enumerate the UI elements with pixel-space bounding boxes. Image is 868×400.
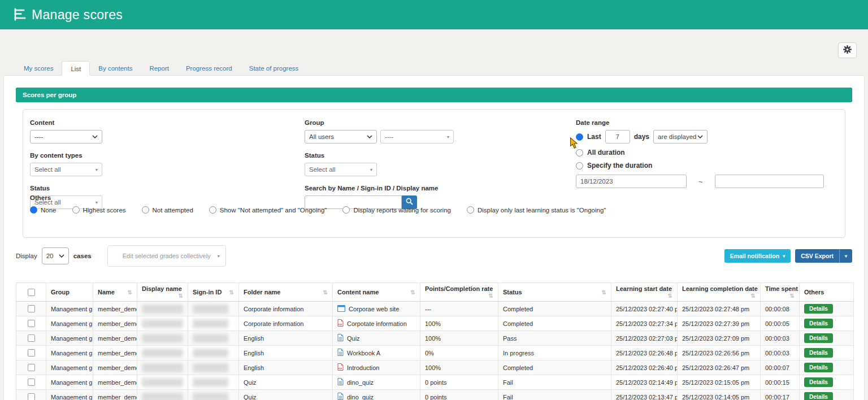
sort-icon[interactable]: ⇅ (602, 289, 606, 295)
column-header-content-name[interactable]: Content name⇅ (333, 283, 420, 302)
specify-duration-label: Specify the duration (587, 162, 652, 169)
group-select-value: All users (309, 133, 334, 140)
others-option-5[interactable]: Display only last learning status is "On… (467, 206, 606, 214)
tab-my-scores[interactable]: My scores (15, 61, 62, 76)
last-days-input[interactable] (605, 130, 630, 144)
date-to-input[interactable] (715, 175, 824, 188)
row-checkbox[interactable] (28, 379, 35, 386)
radio-specify-duration[interactable] (576, 162, 583, 169)
column-header-status[interactable]: Status⇅ (498, 283, 611, 302)
others-label: Others (30, 194, 606, 201)
row-checkbox[interactable] (28, 393, 35, 400)
tab-progress-record[interactable]: Progress record (177, 61, 241, 76)
details-button[interactable]: Details (804, 392, 833, 400)
others-cell: Details (800, 390, 854, 400)
radio-icon[interactable] (342, 206, 350, 214)
display-name-cell (137, 316, 188, 331)
learning-start-date-cell[interactable]: 25/12/2023 02:27:40 pm (611, 302, 678, 316)
tab-state-of-progress[interactable]: State of progress (241, 61, 307, 76)
row-checkbox[interactable] (28, 364, 35, 371)
filter-column-right: Date range Last days are displayed All d… (576, 119, 824, 193)
content-types-select[interactable]: Select all ▾ (30, 163, 102, 176)
tab-list[interactable]: List (62, 61, 90, 76)
displayed-select[interactable]: are displayed (653, 130, 708, 144)
column-header-name[interactable]: Name⇅ (93, 283, 137, 302)
others-option-3[interactable]: Show "Not attempted" and "Ongoing" (209, 206, 327, 214)
tab-report[interactable]: Report (141, 61, 177, 76)
pdf-file-icon: PDF (337, 319, 344, 328)
search-label: Search by Name / Sign-in ID / Display na… (305, 185, 454, 192)
sort-icon[interactable]: ⇅ (790, 293, 795, 299)
learning-start-date-cell[interactable]: 25/12/2023 02:14:49 pm (611, 375, 678, 390)
column-header-learning-start-date[interactable]: Learning start date⇅ (611, 283, 678, 302)
sort-icon[interactable]: ⇅ (489, 293, 493, 299)
learning-completion-date-cell: 25/12/2023 02:14:05 pm (678, 390, 761, 400)
column-header-display-name[interactable]: Display name⇅ (137, 283, 188, 302)
radio-icon[interactable] (467, 206, 474, 214)
others-option-4[interactable]: Display reports waiting for scoring (342, 206, 451, 214)
tab-by-contents[interactable]: By contents (90, 61, 141, 76)
learning-start-date-cell[interactable]: 25/12/2023 02:27:03 pm (611, 331, 678, 346)
group-select[interactable]: All users (305, 130, 377, 144)
row-checkbox[interactable] (28, 305, 35, 312)
settings-button[interactable] (838, 42, 857, 58)
column-header-folder-name[interactable]: Folder name⇅ (239, 283, 333, 302)
others-option-0[interactable]: None (30, 206, 57, 214)
details-button[interactable]: Details (804, 333, 833, 343)
sort-icon[interactable]: ⇅ (323, 289, 328, 295)
csv-export-button[interactable]: CSV Export ▾ (795, 249, 852, 263)
display-count-select[interactable]: 20 (42, 247, 69, 264)
radio-icon[interactable] (142, 206, 149, 214)
sort-icon[interactable]: ⇅ (751, 293, 756, 299)
days-label: days (634, 133, 649, 141)
others-option-1[interactable]: Highest scores (72, 206, 126, 214)
sort-icon[interactable]: ⇅ (128, 289, 132, 295)
column-header-points-completion-rate[interactable]: Points/Completion rate⇅ (420, 283, 498, 302)
others-option-2[interactable]: Not attempted (142, 206, 193, 214)
learning-start-date-cell[interactable]: 25/12/2023 02:26:48 pm (611, 346, 678, 360)
radio-icon[interactable] (30, 206, 37, 214)
radio-icon[interactable] (209, 206, 216, 214)
points-cell: 0 points (420, 390, 498, 400)
row-checkbox[interactable] (28, 334, 35, 342)
column-header-learning-completion-date[interactable]: Learning completion date⇅ (678, 283, 761, 302)
radio-icon[interactable] (72, 206, 80, 214)
details-button[interactable]: Details (804, 319, 833, 328)
row-checkbox[interactable] (28, 320, 35, 327)
sort-icon[interactable]: ⇅ (668, 293, 672, 299)
email-notification-button[interactable]: Email notification ▾ (724, 249, 791, 263)
email-notification-label: Email notification (730, 253, 780, 259)
radio-last-days[interactable] (576, 133, 583, 141)
column-header-sign-in-id[interactable]: Sign-in ID⇅ (188, 283, 239, 302)
content-name-label: Quiz (347, 335, 360, 342)
column-header-time-spent[interactable]: Time spent⇅ (761, 283, 800, 302)
group-sub-select[interactable]: ---- ▾ (380, 130, 454, 144)
status-cell: Completed (498, 302, 611, 316)
learning-completion-date-cell: 25/12/2023 02:27:48 pm (678, 302, 761, 316)
learning-start-date-cell[interactable]: 25/12/2023 02:26:40 pm (611, 360, 678, 375)
content-name-label: dino_quiz (347, 394, 374, 400)
details-button[interactable]: Details (804, 304, 833, 314)
points-cell: 100% (420, 316, 498, 331)
select-all-checkbox[interactable] (28, 289, 35, 296)
learning-start-date-cell[interactable]: 25/12/2023 02:27:34 pm (611, 316, 678, 331)
details-button[interactable]: Details (804, 348, 833, 358)
date-from-input[interactable] (576, 175, 687, 188)
sort-icon[interactable]: ⇅ (411, 289, 415, 295)
folder-name-cell: English (239, 360, 333, 375)
sort-icon[interactable]: ⇅ (229, 289, 234, 295)
details-button[interactable]: Details (804, 363, 833, 372)
radio-all-duration[interactable] (576, 149, 583, 156)
details-button[interactable]: Details (804, 377, 833, 387)
row-checkbox[interactable] (28, 349, 35, 356)
others-cell: Details (800, 360, 854, 375)
bulk-edit-select[interactable]: Edit selected grades collectively ▾ (107, 245, 226, 267)
sort-icon[interactable]: ⇅ (179, 293, 183, 299)
learning-start-date-cell[interactable]: 25/12/2023 02:13:47 pm (611, 390, 678, 400)
content-types-select-value: Select all (34, 166, 61, 173)
content-select[interactable]: ---- (30, 130, 102, 144)
document-file-icon (337, 378, 344, 386)
status-mid-select[interactable]: Select all ▾ (305, 163, 377, 176)
bulk-edit-label: Edit selected grades collectively (123, 253, 211, 259)
caret-down-icon: ▾ (447, 134, 449, 140)
